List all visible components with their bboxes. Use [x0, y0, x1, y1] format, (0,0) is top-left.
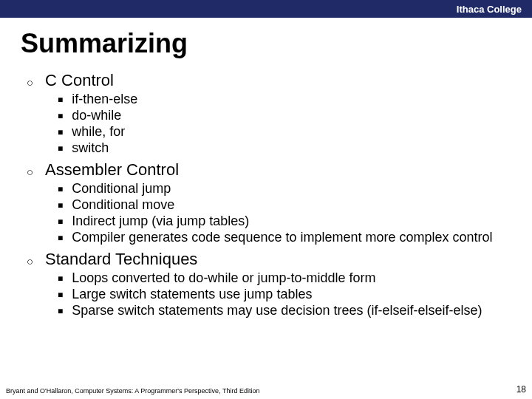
square-bullet-icon: ■: [58, 233, 63, 243]
list-item: ■ if-then-else: [58, 92, 517, 107]
list-item: ■ do-while: [58, 108, 517, 123]
item-text: Loops converted to do-while or jump-to-m…: [72, 270, 375, 286]
item-text: do-while: [72, 108, 121, 123]
square-bullet-icon: ■: [58, 290, 63, 300]
square-bullet-icon: ■: [58, 306, 63, 316]
item-text: Indirect jump (via jump tables): [72, 214, 249, 229]
item-text: switch: [72, 140, 109, 156]
square-bullet-icon: ■: [58, 200, 63, 211]
ring-bullet-icon: ○: [27, 166, 33, 178]
square-bullet-icon: ■: [58, 95, 63, 105]
list-item: ■ Compiler generates code sequence to im…: [58, 230, 517, 245]
page-number: 18: [516, 384, 526, 395]
item-text: Conditional jump: [72, 181, 171, 197]
list-item: ■ Conditional move: [58, 197, 517, 213]
list-item: ■ Large switch statements use jump table…: [58, 287, 517, 302]
square-bullet-icon: ■: [58, 127, 63, 137]
square-bullet-icon: ■: [58, 184, 63, 194]
slide: Ithaca College Summarizing ○ C Control ■…: [0, 0, 532, 399]
list-item: ■ Conditional jump: [58, 181, 517, 197]
header-bar: Ithaca College: [0, 0, 532, 18]
item-text: Conditional move: [72, 197, 174, 213]
item-text: if-then-else: [72, 92, 137, 107]
list-item: ■ switch: [58, 140, 517, 156]
slide-title: Summarizing: [0, 18, 532, 66]
square-bullet-icon: ■: [58, 111, 63, 121]
item-text: Sparse switch statements may use decisio…: [72, 303, 482, 318]
section-title: C Control: [45, 71, 114, 90]
footer-citation: Bryant and O'Hallaron, Computer Systems:…: [6, 387, 259, 395]
item-text: Compiler generates code sequence to impl…: [72, 230, 492, 245]
square-bullet-icon: ■: [58, 273, 63, 284]
item-text: while, for: [72, 124, 125, 140]
ring-bullet-icon: ○: [27, 76, 33, 89]
list-item: ■ while, for: [58, 124, 517, 140]
ring-bullet-icon: ○: [27, 255, 33, 267]
list-item: ■ Indirect jump (via jump tables): [58, 214, 517, 229]
org-name: Ithaca College: [457, 4, 522, 15]
list-item: ■ Loops converted to do-while or jump-to…: [58, 270, 517, 286]
item-text: Large switch statements use jump tables: [72, 287, 312, 302]
square-bullet-icon: ■: [58, 216, 63, 227]
square-bullet-icon: ■: [58, 143, 63, 154]
section-title: Standard Techniques: [45, 250, 197, 269]
section-c-control: ○ C Control: [27, 71, 517, 90]
section-assembler-control: ○ Assembler Control: [27, 160, 517, 180]
footer: Bryant and O'Hallaron, Computer Systems:…: [6, 384, 526, 395]
section-title: Assembler Control: [45, 160, 179, 180]
content-area: ○ C Control ■ if-then-else ■ do-while ■ …: [0, 71, 532, 318]
section-standard-techniques: ○ Standard Techniques: [27, 250, 517, 269]
list-item: ■ Sparse switch statements may use decis…: [58, 303, 517, 318]
